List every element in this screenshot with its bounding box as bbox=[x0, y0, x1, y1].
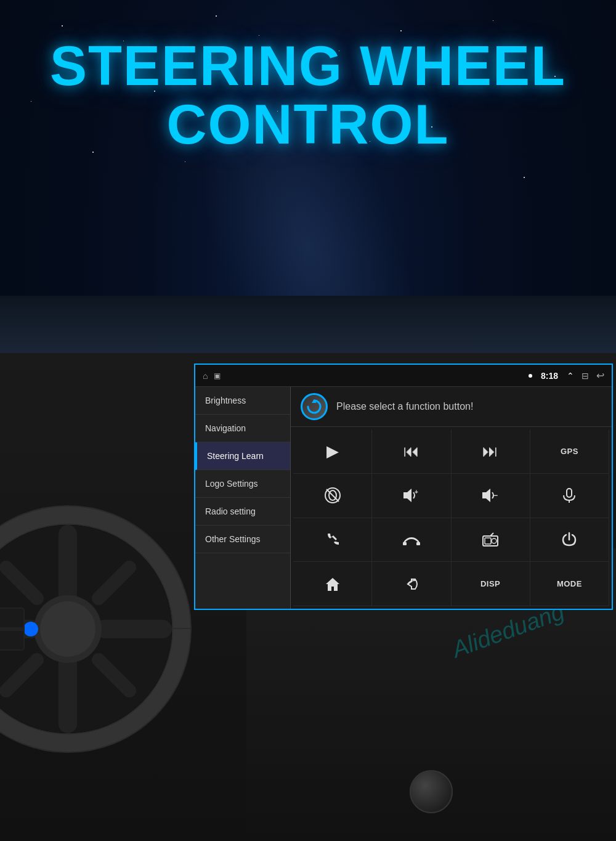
menu-item-other-settings[interactable]: Other Settings bbox=[195, 526, 290, 553]
home-status-icon: ⌂ bbox=[203, 371, 208, 381]
panel-body: Brightness Navigation Steering Learn Log… bbox=[195, 387, 612, 609]
gps-label: GPS bbox=[561, 447, 578, 456]
mic-button[interactable] bbox=[530, 474, 609, 518]
radio-button[interactable] bbox=[452, 518, 530, 563]
star bbox=[216, 15, 217, 17]
svg-rect-29 bbox=[416, 542, 420, 545]
status-time: 8:18 bbox=[541, 371, 558, 381]
prev-track-button[interactable]: ⏮ bbox=[372, 429, 451, 474]
power-button[interactable] bbox=[530, 518, 609, 563]
svg-text:+: + bbox=[415, 489, 418, 495]
play-button[interactable]: ▶ bbox=[293, 429, 372, 474]
svg-rect-31 bbox=[485, 538, 491, 544]
function-buttons-grid: ▶ ⏮ ⏭ GPS bbox=[291, 427, 612, 609]
svg-point-13 bbox=[40, 601, 95, 657]
power-icon bbox=[561, 531, 578, 548]
sync-icon bbox=[301, 393, 328, 420]
back-fn-button[interactable] bbox=[372, 562, 451, 606]
svg-point-14 bbox=[23, 622, 38, 636]
mic-icon bbox=[561, 487, 578, 504]
next-track-button[interactable]: ⏭ bbox=[452, 429, 530, 474]
svg-rect-17 bbox=[0, 631, 23, 649]
svg-marker-22 bbox=[403, 489, 411, 502]
star bbox=[185, 161, 185, 162]
vol-down-icon: − bbox=[481, 487, 500, 504]
ui-panel: ⌂ ▣ 8:18 ⌃ ⊟ ↩ Brightness Navigation Ste… bbox=[194, 364, 613, 610]
menu-item-steering-learn[interactable]: Steering Learn bbox=[195, 442, 290, 470]
call-button[interactable] bbox=[293, 518, 372, 563]
gps-button[interactable]: GPS bbox=[530, 429, 609, 474]
status-window-icon: ⊟ bbox=[582, 371, 589, 381]
disp-label: DISP bbox=[480, 579, 500, 588]
disp-button[interactable]: DISP bbox=[452, 562, 530, 606]
menu-item-logo-settings[interactable]: Logo Settings bbox=[195, 470, 290, 498]
back-fn-icon bbox=[403, 575, 420, 593]
svg-marker-34 bbox=[326, 578, 339, 591]
svg-rect-28 bbox=[403, 542, 407, 545]
menu-item-navigation[interactable]: Navigation bbox=[195, 415, 290, 442]
left-menu: Brightness Navigation Steering Learn Log… bbox=[195, 387, 291, 609]
star bbox=[524, 177, 525, 178]
vol-up-icon: + bbox=[402, 487, 421, 504]
status-back-icon: ↩ bbox=[596, 370, 604, 381]
status-dot bbox=[529, 374, 532, 378]
home-fn-button[interactable] bbox=[293, 562, 372, 606]
prev-icon: ⏮ bbox=[403, 442, 419, 461]
svg-marker-24 bbox=[482, 489, 490, 502]
star bbox=[62, 25, 63, 26]
instruction-bar: Please select a function button! bbox=[291, 387, 612, 427]
mode-label: MODE bbox=[557, 579, 582, 588]
status-bar: ⌂ ▣ 8:18 ⌃ ⊟ ↩ bbox=[195, 365, 612, 387]
star bbox=[400, 30, 402, 31]
hangup-button[interactable] bbox=[372, 518, 451, 563]
steering-wheel bbox=[0, 500, 197, 761]
star bbox=[493, 20, 493, 21]
mode-button[interactable]: MODE bbox=[530, 562, 609, 606]
menu-item-radio-setting[interactable]: Radio setting bbox=[195, 498, 290, 526]
svg-point-32 bbox=[492, 538, 496, 543]
title-line1: STEERING WHEEL bbox=[0, 37, 616, 95]
screen-status-icon: ▣ bbox=[214, 372, 221, 380]
menu-item-brightness[interactable]: Brightness bbox=[195, 387, 290, 415]
title-line2: CONTROL bbox=[0, 95, 616, 154]
mute-icon bbox=[324, 487, 341, 504]
svg-rect-26 bbox=[567, 489, 572, 497]
svg-text:−: − bbox=[493, 491, 498, 500]
vol-up-button[interactable]: + bbox=[372, 474, 451, 518]
mute-button[interactable] bbox=[293, 474, 372, 518]
home-fn-icon bbox=[324, 575, 341, 593]
radio-icon bbox=[481, 531, 500, 548]
right-content: Please select a function button! ▶ ⏮ ⏭ G… bbox=[291, 387, 612, 609]
phone-icon bbox=[324, 531, 341, 548]
knob-right bbox=[410, 770, 453, 813]
vol-down-button[interactable]: − bbox=[452, 474, 530, 518]
svg-rect-16 bbox=[0, 609, 23, 627]
next-icon: ⏭ bbox=[482, 442, 498, 461]
main-title: STEERING WHEEL CONTROL bbox=[0, 37, 616, 153]
hangup-icon bbox=[402, 531, 421, 548]
instruction-text: Please select a function button! bbox=[336, 401, 473, 412]
play-icon: ▶ bbox=[326, 442, 339, 461]
status-up-icon: ⌃ bbox=[567, 371, 574, 381]
